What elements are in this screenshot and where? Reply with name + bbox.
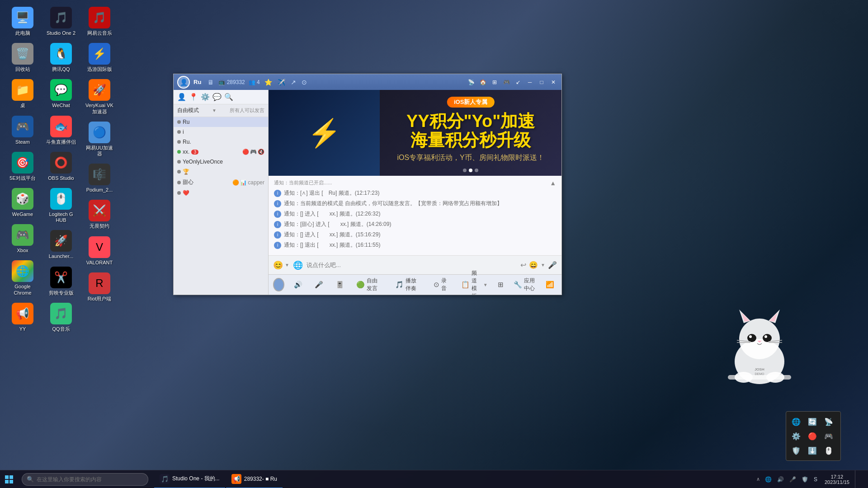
search-icon[interactable]: 🔍	[224, 93, 233, 101]
desktop-icon-verykuai[interactable]: 🚀 VeryKuai VK加速器	[81, 77, 118, 117]
desktop-icon-wechat[interactable]: 💬 WeChat	[43, 77, 79, 111]
desktop-icon-recycle[interactable]: 🗑️ 回收站	[5, 41, 41, 75]
tray-popup-icon-7[interactable]: ⬇️	[806, 444, 819, 457]
tray-expand-arrow[interactable]: ∧	[755, 476, 761, 482]
clock[interactable]: 17:12 2023/11/15	[821, 470, 853, 488]
home-icon[interactable]: 🏠	[478, 78, 487, 87]
tray-popup-icon-4[interactable]: 🔴	[806, 430, 819, 442]
channel-template-tool[interactable]: 📋 频道模板 ▼	[458, 268, 491, 295]
tray-volume[interactable]: 🔊	[775, 470, 786, 488]
tray-popup-icon-6[interactable]: 🛡️	[790, 444, 802, 457]
settings-icon[interactable]: ⚙️	[201, 93, 210, 101]
music-accompany-tool[interactable]: 🎵 播放伴奏	[392, 276, 424, 294]
desktop-icon-obs[interactable]: ⭕ OBS Studio	[43, 150, 79, 183]
desktop-icon-qqcom[interactable]: 🐧 腾讯QQ	[43, 41, 79, 75]
desktop-icon-podium[interactable]: 🎼 Podium_2...	[81, 161, 118, 195]
mode-selector[interactable]: 自由模式 ▼ 所有人可以发言	[174, 104, 268, 117]
tray-popup-icon-2[interactable]: 📡	[822, 415, 835, 428]
emoji-face-dropdown[interactable]: ▼	[541, 263, 545, 267]
channel-member-6[interactable]: 甜心 🟠📊capper	[174, 177, 268, 188]
desktop-icon-xbox[interactable]: 🎮 Xbox	[5, 222, 41, 256]
channel-member-3[interactable]: xx. 3 🔴🎮🔇	[174, 147, 268, 157]
desktop-icon-steam[interactable]: 🎮 Steam	[5, 113, 41, 147]
desktop-icon-logitech[interactable]: 🖱️ Logitech G HUB	[43, 186, 79, 225]
taskbar-app-studio[interactable]: 🎵 Studio One - 我的...	[154, 470, 225, 488]
banner-dot-2[interactable]	[469, 169, 472, 172]
taskbar-search[interactable]: 🔍	[22, 473, 148, 486]
channel-member-7[interactable]: ❤️	[174, 188, 268, 198]
banner-dot-1[interactable]	[463, 169, 467, 172]
scroll-up-icon[interactable]: ▲	[550, 179, 556, 187]
channel-dot-5	[177, 170, 181, 174]
close-btn[interactable]: ✕	[549, 78, 558, 87]
chat-icon[interactable]: 💬	[212, 93, 222, 101]
emoji-dropdown[interactable]: ▼	[285, 263, 289, 267]
sidebar-toolbar: 👤 📍 ⚙️ 💬 🔍	[174, 90, 268, 104]
start-button[interactable]	[0, 470, 18, 488]
desktop-icon-xsyou[interactable]: ⚡ 迅游国际版	[81, 41, 118, 75]
record-icon[interactable]: ⊙	[301, 78, 308, 87]
tray-popup-icon-3[interactable]: ⚙️	[790, 430, 802, 442]
eq-tool[interactable]: 🎚️	[333, 279, 347, 290]
app-center-tool[interactable]: 🔧 应用中心	[511, 276, 538, 294]
minimize-download-icon[interactable]: ↙	[514, 78, 523, 87]
tray-steam[interactable]: S	[812, 470, 819, 488]
mic-tool[interactable]: 🎤	[312, 279, 326, 290]
maximize-btn[interactable]: □	[537, 78, 546, 87]
broadcast-icon[interactable]: 📡	[467, 78, 476, 87]
desktop-icon-app3[interactable]: 📁 桌	[5, 77, 41, 111]
minimize-btn[interactable]: ─	[525, 78, 534, 87]
tray-antivirus[interactable]: 🛡️	[800, 470, 810, 488]
screen-share-icon[interactable]: 🖥	[207, 78, 215, 87]
grid-layout-tool[interactable]: ⊞	[495, 279, 506, 290]
user-icon[interactable]: 👤	[177, 93, 186, 101]
desktop-icon-yy[interactable]: 📢 YY	[5, 300, 41, 334]
record-tool[interactable]: ⊙ 录音	[431, 276, 452, 294]
desktop-icon-wymusic[interactable]: 🎵 网易云音乐	[81, 5, 118, 38]
tray-popup-icon-5[interactable]: 🎮	[822, 430, 835, 442]
desktop-icon-chrome[interactable]: 🌐 Google Chrome	[5, 258, 41, 298]
grid-icon[interactable]: ⊞	[490, 78, 499, 87]
game-icon[interactable]: 🎮	[502, 78, 511, 87]
channel-member-0[interactable]: Ru	[174, 117, 268, 127]
tray-network[interactable]: 🌐	[763, 470, 774, 488]
desktop-icon-se5v[interactable]: 🎯 5E对战平台	[5, 150, 41, 183]
desktop-icon-zhibo[interactable]: 🐟 斗鱼直播伴侣	[43, 113, 79, 147]
channel-member-2[interactable]: Ru.	[174, 137, 268, 147]
channel-member-1[interactable]: i	[174, 127, 268, 137]
desktop-icon-pc[interactable]: 🖥️ 此电脑	[5, 5, 41, 38]
free-speak-tool[interactable]: 🟢 自由发言	[354, 276, 385, 294]
template-dropdown[interactable]: ▼	[483, 282, 488, 287]
desktop-icon-riot[interactable]: R Riot用户端	[81, 270, 118, 304]
banner-dot-3[interactable]	[475, 169, 478, 172]
desktop-icon-wegame[interactable]: 🎲 WeGame	[5, 186, 41, 220]
volume-tool[interactable]: 🔊	[291, 279, 305, 290]
tray-popup-icon-1[interactable]: 🔄	[806, 415, 819, 428]
tray-mic[interactable]: 🎤	[788, 470, 798, 488]
banner-right-promo[interactable]: iOS新人专属 YY积分"Yo"加速 海量积分秒升级 iOS专享福利活动，Y币、…	[380, 90, 561, 176]
channel-dot-3	[177, 150, 181, 154]
translate-icon[interactable]: 🌐	[293, 260, 303, 270]
desktop-icon-launcher[interactable]: 🚀 Launcher...	[43, 228, 79, 262]
taskbar-search-input[interactable]	[37, 476, 143, 483]
desktop-icon-valorant[interactable]: V VALORANT	[81, 234, 118, 268]
location-icon[interactable]: 📍	[189, 93, 198, 101]
channel-member-5[interactable]: 🏆	[174, 167, 268, 177]
channel-member-4[interactable]: YeOnlyLiveOnce	[174, 157, 268, 167]
tray-popup-icon-8[interactable]: 🖱️	[822, 444, 835, 457]
share-icon[interactable]: ↗	[290, 78, 297, 87]
emoji-button[interactable]: 😊	[273, 260, 283, 270]
desktop-icon-qqmusic[interactable]: 🎵 QQ音乐	[43, 300, 79, 334]
signal-tool[interactable]: 📶	[543, 279, 557, 290]
desktop-icon-capcut[interactable]: ✂️ 剪映专业版	[43, 264, 79, 298]
forward-icon[interactable]: ✈️	[277, 78, 286, 87]
chat-input-field[interactable]	[307, 262, 517, 268]
desktop-icon-wuchang[interactable]: ⚔️ 无畏契约	[81, 197, 118, 231]
favorite-icon[interactable]: ⭐	[264, 78, 273, 87]
tray-popup-icon-0[interactable]: 🌐	[790, 415, 802, 428]
show-desktop-btn[interactable]	[855, 470, 864, 488]
user-avatar-small[interactable]	[273, 278, 284, 291]
taskbar-app-yy[interactable]: 📢 289332- ■ Ru	[226, 470, 283, 488]
desktop-icon-uuacc[interactable]: 🔵 网易UU加速器	[81, 119, 118, 159]
desktop-icon-studio12[interactable]: 🎵 Studio One 2	[43, 5, 79, 38]
